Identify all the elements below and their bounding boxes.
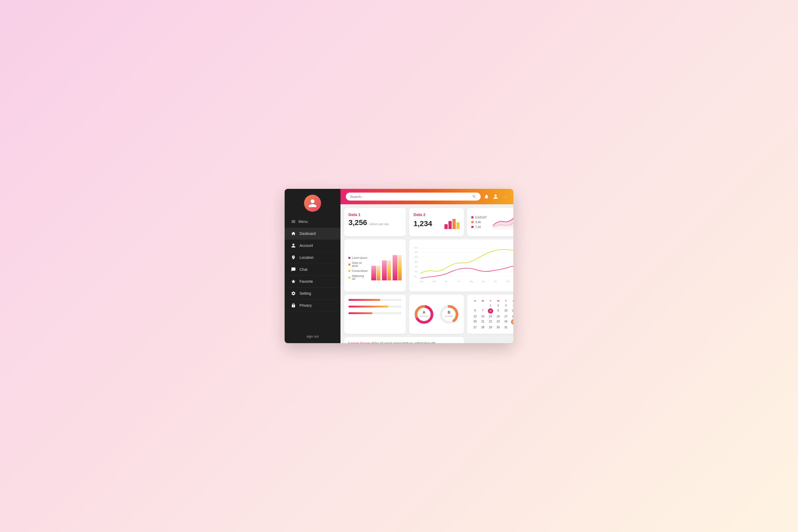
sidebar-item-setting[interactable]: Setting bbox=[285, 288, 341, 300]
cal-day-empty-1 bbox=[471, 303, 478, 308]
mini-bar-3 bbox=[453, 219, 456, 229]
bar-group-1 bbox=[371, 266, 380, 280]
footer-text-card: Lorem ipsum dolor sit amet consectetuer,… bbox=[344, 337, 464, 343]
cal-day-8[interactable]: 8 bbox=[488, 308, 493, 314]
cal-header-w: W bbox=[494, 299, 502, 303]
main-area: ··· Data 1 3,256 visitors per day Data 2… bbox=[341, 189, 513, 343]
cal-day-1[interactable]: 1 bbox=[487, 303, 494, 308]
legend-item-1: 6,543,87 bbox=[471, 216, 487, 219]
mini-bar-chart bbox=[444, 218, 460, 229]
mini-bar-4 bbox=[456, 222, 460, 229]
cal-day-24[interactable]: 24 bbox=[502, 319, 509, 324]
legend-dot-3 bbox=[471, 226, 474, 228]
cal-day-27[interactable]: 27 bbox=[471, 325, 478, 329]
data2-label: Data 2 bbox=[413, 212, 460, 217]
cal-day-17[interactable]: 17 bbox=[502, 314, 509, 319]
chart-legend: Lorem ipsum Dolor sit amet Consectetuer bbox=[348, 256, 367, 280]
cal-day-30[interactable]: 30 bbox=[494, 325, 502, 329]
cal-day-29[interactable]: 29 bbox=[487, 325, 494, 329]
bar-1a bbox=[371, 266, 376, 280]
footer-text: Lorem ipsum dolor sit amet consectetuer,… bbox=[348, 341, 435, 343]
svg-text:Sep: Sep bbox=[482, 280, 485, 283]
sidebar-item-privacy[interactable]: Privacy bbox=[285, 300, 341, 311]
avatar bbox=[304, 195, 321, 212]
cal-day-23[interactable]: 23 bbox=[494, 319, 502, 324]
cal-day-31[interactable]: 31 bbox=[502, 325, 509, 329]
notification-icon[interactable] bbox=[484, 194, 489, 199]
cal-day-22[interactable]: 22 bbox=[487, 319, 494, 324]
cal-day-18[interactable]: 18 bbox=[510, 314, 513, 319]
svg-text:Nov: Nov bbox=[507, 280, 510, 282]
chart-legend-item-1: Lorem ipsum bbox=[348, 256, 367, 259]
account-icon bbox=[291, 243, 296, 248]
svg-text:150: 150 bbox=[415, 266, 418, 268]
bar-2b bbox=[387, 261, 391, 280]
cal-day-9[interactable]: 9 bbox=[494, 308, 502, 314]
donut-b-svg: B BUSINESS bbox=[438, 304, 460, 325]
cal-day-25[interactable]: 25 bbox=[511, 319, 513, 324]
donut-card: A PERSONAL B BUSINESS bbox=[409, 295, 464, 334]
legend-item-3: 7,20 bbox=[471, 225, 487, 228]
line-chart-svg: 350 300 250 200 150 100 50 bbox=[413, 244, 513, 286]
bar-chart-card: Lorem ipsum Dolor sit amet Consectetuer bbox=[344, 240, 406, 291]
data2-value: 1,234 bbox=[413, 220, 432, 228]
search-input[interactable] bbox=[350, 195, 470, 199]
progress-row-2 bbox=[348, 306, 402, 307]
calendar-grid: S M T W T F S 1 2 3 4 5 6 bbox=[471, 299, 513, 329]
donut-a-sub: PERSONAL bbox=[420, 316, 429, 317]
cal-day-16[interactable]: 16 bbox=[494, 314, 502, 319]
donut-a-svg: A PERSONAL bbox=[413, 304, 435, 325]
avatar-area bbox=[285, 189, 341, 216]
bar-3b bbox=[398, 255, 402, 280]
chat-icon bbox=[291, 267, 296, 272]
data-card-2: Data 2 1,234 bbox=[409, 208, 464, 236]
donut-b-sub: BUSINESS bbox=[445, 316, 453, 317]
cal-day-6[interactable]: 6 bbox=[471, 308, 478, 314]
sidebar-item-dashboard[interactable]: Dasboard bbox=[285, 228, 341, 240]
calendar-card: S M T W T F S 1 2 3 4 5 6 bbox=[467, 295, 513, 334]
data1-label: Data 1 bbox=[348, 212, 402, 217]
footer-text-pink: Lorem ipsum bbox=[348, 341, 370, 343]
cal-day-15[interactable]: 15 bbox=[487, 314, 494, 319]
cal-header-s1: S bbox=[471, 299, 478, 303]
cal-day-14[interactable]: 14 bbox=[479, 314, 486, 319]
mini-bar-2 bbox=[449, 221, 452, 229]
cal-header-t1: T bbox=[487, 299, 494, 303]
progress-fill-2 bbox=[348, 306, 388, 307]
user-icon[interactable] bbox=[493, 194, 498, 199]
cal-day-3[interactable]: 3 bbox=[502, 303, 509, 308]
cal-day-28[interactable]: 28 bbox=[479, 325, 486, 329]
cal-day-7[interactable]: 7 bbox=[479, 308, 486, 314]
cal-day-21[interactable]: 21 bbox=[479, 319, 486, 324]
search-icon bbox=[472, 194, 476, 199]
cal-header-m: M bbox=[479, 299, 486, 303]
sidebar-item-location[interactable]: Location bbox=[285, 252, 341, 264]
cal-day-11[interactable]: 11 bbox=[510, 308, 513, 314]
cal-day-13[interactable]: 13 bbox=[471, 314, 478, 319]
bar-group-2 bbox=[382, 261, 391, 280]
more-options[interactable]: ··· bbox=[502, 194, 508, 200]
sidebar-item-account[interactable]: Account bbox=[285, 240, 341, 252]
app-container: Menu Dasboard Account bbox=[285, 189, 513, 343]
cal-day-20[interactable]: 20 bbox=[471, 319, 478, 324]
chart-legend-item-4: Adipiscing elit bbox=[348, 274, 367, 280]
sidebar-item-favorite[interactable]: Favorite bbox=[285, 276, 341, 288]
chart-dot-3 bbox=[348, 270, 350, 272]
svg-text:Oct: Oct bbox=[494, 280, 497, 282]
cal-day-10[interactable]: 10 bbox=[502, 308, 509, 314]
bars-area bbox=[371, 255, 402, 280]
svg-text:350: 350 bbox=[415, 247, 418, 249]
chart-dot-4 bbox=[348, 277, 350, 279]
sidebar-item-chat[interactable]: Chat bbox=[285, 264, 341, 276]
legend-line-preview bbox=[493, 212, 513, 232]
donut-b: B BUSINESS bbox=[438, 304, 460, 325]
signout-button[interactable]: sign out bbox=[285, 329, 341, 343]
cal-day-empty-2 bbox=[479, 303, 486, 308]
cal-day-2[interactable]: 2 bbox=[494, 303, 502, 308]
cal-day-4[interactable]: 4 bbox=[510, 303, 513, 308]
svg-text:50: 50 bbox=[415, 276, 417, 278]
bar-chart-inner: Lorem ipsum Dolor sit amet Consectetuer bbox=[348, 246, 402, 280]
favorite-icon bbox=[291, 279, 296, 284]
footer-text-rest: dolor sit amet consectetuer, adipiscing … bbox=[370, 341, 435, 343]
bar-3a bbox=[393, 255, 397, 280]
